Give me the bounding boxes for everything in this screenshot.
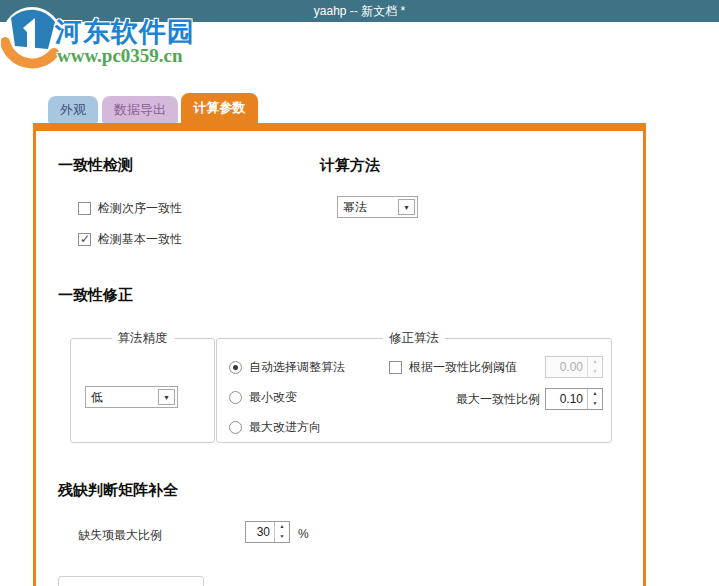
radio-circle[interactable] — [229, 391, 242, 404]
correction-algorithm-groupbox-legend: 修正算法 — [383, 330, 445, 347]
radio-label: 自动选择调整算法 — [249, 359, 345, 376]
dropdown-value: 低 — [86, 389, 158, 406]
spinner-up-icon: ▲ — [588, 357, 602, 367]
watermark-logo: 河东软件园 www.pc0359.cn — [0, 0, 210, 72]
checkbox-label: 检测次序一致性 — [98, 200, 182, 217]
radio-circle[interactable] — [229, 421, 242, 434]
section-title-consistency-correction: 一致性修正 — [58, 286, 133, 305]
checkbox-label: 根据一致性比例阈值 — [409, 359, 517, 376]
dropdown-value: 幂法 — [338, 199, 398, 216]
checkbox-box[interactable] — [389, 361, 402, 374]
spinner-down-icon[interactable]: ▼ — [275, 532, 289, 542]
section-title-consistency-check: 一致性检测 — [58, 156, 133, 175]
spinner-up-icon[interactable]: ▲ — [588, 389, 602, 399]
tab-calc-params[interactable]: 计算参数 — [181, 93, 258, 131]
checkbox-box[interactable] — [78, 233, 91, 246]
missing-ratio-label: 缺失项最大比例 — [78, 527, 162, 544]
radio-auto-select-algorithm[interactable]: 自动选择调整算法 — [229, 360, 345, 374]
spinner-down-icon: ▼ — [588, 367, 602, 377]
radio-label: 最小改变 — [249, 389, 297, 406]
threshold-spinner: 0.00 ▲ ▼ — [545, 356, 603, 378]
radio-max-improve-direction[interactable]: 最大改进方向 — [229, 420, 321, 434]
settings-window: yaahp -- 新文档 * 河东软件园 www.pc0359.cn 外观 数据… — [0, 0, 719, 586]
missing-ratio-spinner[interactable]: 30 ▲ ▼ — [245, 521, 290, 543]
section-title-matrix-completion: 残缺判断矩阵补全 — [58, 481, 178, 500]
checkbox-basic-consistency[interactable]: 检测基本一致性 — [78, 232, 182, 246]
spinner-value[interactable]: 30 — [246, 522, 274, 542]
site-logo-icon — [1, 6, 63, 69]
radio-min-change[interactable]: 最小改变 — [229, 390, 297, 404]
max-ratio-label: 最大一致性比例 — [430, 391, 540, 408]
radio-label: 最大改进方向 — [249, 419, 321, 436]
tab-data-export[interactable]: 数据导出 — [102, 96, 178, 123]
checkbox-ratio-threshold[interactable]: 根据一致性比例阈值 — [389, 360, 517, 374]
window-title: yaahp -- 新文档 * — [314, 4, 405, 18]
checkbox-order-consistency[interactable]: 检测次序一致性 — [78, 201, 182, 215]
dropdown-arrow-icon[interactable]: ▾ — [398, 199, 415, 215]
calc-method-dropdown[interactable]: 幂法 ▾ — [337, 196, 418, 218]
clipped-bottom-groupbox — [58, 576, 204, 586]
precision-groupbox-legend: 算法精度 — [112, 330, 174, 347]
section-title-calc-method: 计算方法 — [320, 156, 380, 175]
dropdown-arrow-icon[interactable]: ▾ — [158, 389, 175, 405]
spinner-value[interactable]: 0.10 — [546, 389, 587, 409]
spinner-value: 0.00 — [546, 357, 587, 377]
precision-dropdown[interactable]: 低 ▾ — [85, 386, 178, 408]
checkbox-box[interactable] — [78, 202, 91, 215]
missing-ratio-unit: % — [298, 527, 309, 541]
checkbox-label: 检测基本一致性 — [98, 231, 182, 248]
spinner-down-icon[interactable]: ▼ — [588, 399, 602, 409]
spinner-up-icon[interactable]: ▲ — [275, 522, 289, 532]
tab-appearance[interactable]: 外观 — [48, 96, 98, 123]
radio-circle[interactable] — [229, 361, 242, 374]
watermark-site-url: www.pc0359.cn — [57, 45, 183, 67]
max-ratio-spinner[interactable]: 0.10 ▲ ▼ — [545, 388, 603, 410]
